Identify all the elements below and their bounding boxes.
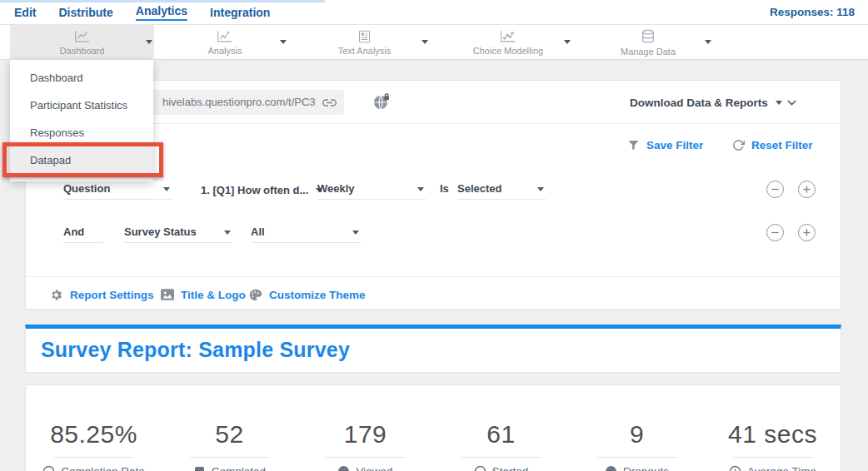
status-value-select[interactable]: All [251,223,361,243]
chevron-down-icon[interactable] [146,40,152,44]
report-settings-button[interactable]: Report Settings [49,285,154,305]
link-icon[interactable] [322,96,337,110]
chevron-down-icon [224,231,231,235]
refresh-icon [732,139,745,151]
stat-dropouts: 9 Dropouts [569,419,705,471]
toolbar-item-choice-modelling[interactable]: Choice Modelling [458,25,558,60]
stat-average-time: 41 secs Average Time [705,419,841,471]
stat-label-text: Viewed [356,465,392,471]
completed-icon [193,465,206,471]
dashboard-dropdown-menu: Dashboard Participant Statistics Respons… [10,60,153,181]
save-filter-button[interactable]: Save Filter [627,135,703,155]
title-logo-label: Title & Logo [181,289,246,301]
stat-started: 61 Started [433,419,569,471]
menu-item-dashboard[interactable]: Dashboard [10,64,153,92]
stat-value: 85.25% [26,419,162,449]
trend-chart-icon [217,30,233,43]
chevron-down-icon[interactable] [422,40,428,44]
answer-select-value: Weekly [317,182,355,195]
add-filter-row-button[interactable] [798,181,816,198]
divider [326,457,406,458]
stat-label-text: Dropouts [623,465,669,471]
filter-type-select[interactable]: Question [63,180,172,200]
toolbar-analysis-label: Analysis [208,46,242,56]
stat-label-text: Completed [212,465,266,471]
database-icon [641,29,656,44]
report-title: Survey Report: Sample Survey [26,329,841,362]
stat-value: 179 [297,419,433,449]
stat-viewed: 179 Viewed [297,419,433,471]
nav-tab-integration[interactable]: Integration [210,6,270,19]
stat-value: 41 secs [705,419,841,449]
toolbar-choice-modelling-label: Choice Modelling [473,46,543,56]
toolbar-item-analysis[interactable]: Analysis [183,25,267,60]
stat-label-text: Average Time [747,465,816,471]
nav-tab-distribute[interactable]: Distribute [58,6,112,19]
answer-select[interactable]: Weekly [317,180,426,200]
reset-filter-button[interactable]: Reset Filter [732,135,813,155]
chevron-down-icon[interactable] [280,40,287,44]
customize-theme-button[interactable]: Customize Theme [249,285,366,305]
question-select[interactable]: 1. [Q1] How often d... [201,180,322,200]
report-header-panel: Survey Report: Sample Survey [25,325,841,373]
download-data-reports-label: Download Data & Reports [630,97,768,109]
title-logo-button[interactable]: Title & Logo [161,285,246,305]
condition-select-value: Selected [457,182,501,195]
divider [461,457,541,458]
stat-completed: 52 Completed [162,419,297,471]
stat-completion-rate: 85.25% Completion Rate [26,419,162,471]
survey-url[interactable]: hivelabs.questionpro.com/t/PC3wZR [162,90,316,115]
chevron-down-icon[interactable] [705,40,711,44]
logic-select[interactable]: And [63,223,103,243]
nav-tab-analytics[interactable]: Analytics [136,4,187,21]
toolbar-manage-data-label: Manage Data [621,47,676,57]
nav-tab-edit[interactable]: Edit [14,6,36,19]
menu-item-responses[interactable]: Responses [10,119,153,146]
stat-value: 52 [162,419,297,449]
nav-tabs: Edit Distribute Analytics Integration [14,0,270,25]
divider [26,276,841,277]
gear-icon [49,288,63,302]
menu-item-datapad[interactable]: Datapad [10,146,153,174]
time-icon [729,465,741,471]
scatter-chart-icon [500,30,516,43]
gauge-icon [42,465,55,471]
toolbar-text-analysis-label: Text Analysis [338,46,392,56]
divider [54,457,134,458]
toolbar-item-manage-data[interactable]: Manage Data [606,25,690,60]
operator-label: Is [440,180,449,200]
remove-filter-row-button[interactable] [766,224,784,241]
toolbar-item-text-analysis[interactable]: Text Analysis [321,25,408,60]
chevron-down-icon[interactable] [564,40,571,44]
stat-value: 9 [569,419,705,449]
survey-status-select[interactable]: Survey Status [124,223,232,243]
collapse-chevron-icon[interactable] [785,96,799,110]
chevron-down-icon [352,231,359,235]
chevron-down-icon [537,187,544,191]
download-data-reports-button[interactable]: Download Data & Reports [630,81,782,124]
image-icon [161,289,174,300]
started-icon [474,465,486,471]
logic-select-value: And [63,226,84,238]
divider [597,457,677,458]
responses-count[interactable]: Responses: 118 [770,0,855,25]
stat-label-text: Completion Rate [61,465,145,471]
reset-filter-label: Reset Filter [751,139,813,151]
filter-funnel-icon [627,139,640,151]
line-chart-icon [74,30,91,43]
chevron-down-icon [776,101,782,105]
add-filter-row-button[interactable] [798,224,816,241]
top-nav: Edit Distribute Analytics Integration Re… [0,0,868,25]
dropout-icon [605,465,617,471]
condition-select[interactable]: Selected [457,180,546,200]
question-select-value: 1. [Q1] How often d... [201,184,308,196]
palette-icon [249,289,262,301]
analytics-toolbar: Dashboard Analysis Text Analysis Choice … [0,25,868,60]
filter-type-value: Question [63,182,110,195]
toolbar-item-dashboard[interactable]: Dashboard [10,25,154,60]
remove-filter-row-button[interactable] [766,181,784,198]
globe-lock-icon[interactable] [373,93,391,110]
survey-status-value: Survey Status [124,226,197,238]
menu-item-participant-statistics[interactable]: Participant Statistics [10,92,153,119]
divider [733,457,813,458]
